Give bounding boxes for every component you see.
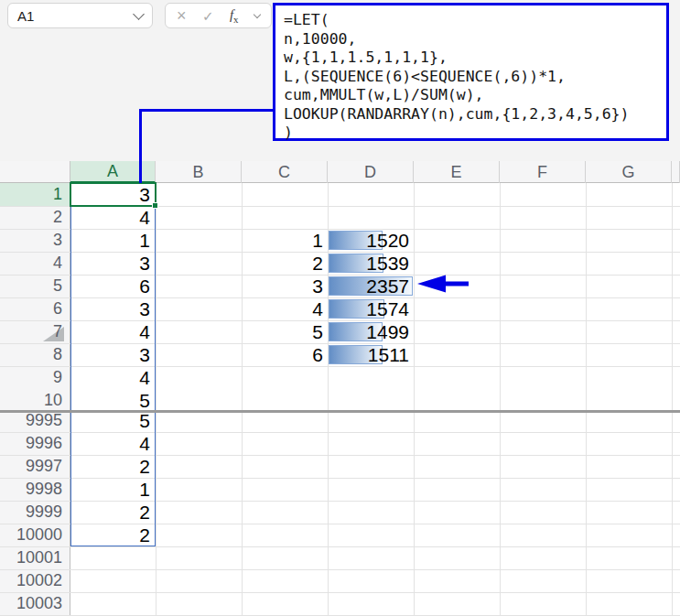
callout-connector-horizontal bbox=[139, 109, 275, 112]
row-header-9996[interactable]: 9996 bbox=[0, 432, 62, 455]
row-header-3[interactable]: 3 bbox=[0, 229, 62, 252]
cell-d5[interactable]: 2357 bbox=[328, 275, 409, 297]
selection-outline bbox=[70, 182, 157, 207]
row-header-9997[interactable]: 9997 bbox=[0, 455, 62, 478]
cell-a9999[interactable]: 2 bbox=[70, 501, 150, 524]
cell-d4[interactable]: 1539 bbox=[328, 252, 409, 275]
cell-a7[interactable]: 4 bbox=[70, 320, 150, 343]
cancel-icon[interactable]: × bbox=[177, 7, 187, 24]
cell-c5[interactable]: 3 bbox=[242, 275, 323, 297]
column-header-g[interactable]: G bbox=[586, 161, 672, 183]
cell-a9996[interactable]: 4 bbox=[70, 432, 150, 455]
cell-d7[interactable]: 1499 bbox=[328, 320, 409, 343]
name-box-chevron-icon[interactable] bbox=[133, 8, 145, 20]
cell-a2[interactable]: 4 bbox=[70, 206, 150, 229]
column-header-e[interactable]: E bbox=[414, 161, 500, 183]
cell-a8[interactable]: 3 bbox=[70, 343, 150, 366]
row-header-6[interactable]: 6 bbox=[0, 297, 62, 320]
formula-line: w,{1,1,1.5,1,1,1}, bbox=[284, 49, 666, 68]
row-header-10001[interactable]: 10001 bbox=[0, 546, 62, 569]
name-box[interactable]: A1 bbox=[7, 3, 153, 28]
left-arrow-icon bbox=[417, 274, 470, 294]
cell-c4[interactable]: 2 bbox=[242, 252, 323, 275]
row-header-9[interactable]: 9 bbox=[0, 366, 62, 389]
name-box-value: A1 bbox=[17, 8, 34, 24]
row-header-9999[interactable]: 9999 bbox=[0, 501, 62, 524]
formula-callout: =LET(n,10000,w,{1,1,1.5,1,1,1},L,(SEQUEN… bbox=[273, 3, 669, 141]
gridline-v bbox=[414, 183, 415, 616]
row-header-1[interactable]: 1 bbox=[0, 183, 70, 206]
formula-line: LOOKUP(RANDARRAY(n),cum,{1,2,3,4,5,6}) bbox=[284, 105, 666, 124]
cell-d8[interactable]: 1511 bbox=[328, 343, 409, 366]
gridline-v bbox=[672, 183, 673, 616]
cell-c8[interactable]: 6 bbox=[242, 343, 323, 366]
formula-line: L,(SEQUENCE(6)<SEQUENCE(,6))*1, bbox=[284, 68, 666, 87]
cell-a3[interactable]: 1 bbox=[70, 229, 150, 252]
cell-c6[interactable]: 4 bbox=[242, 297, 323, 320]
cell-d3[interactable]: 1520 bbox=[328, 229, 409, 252]
row-header-7[interactable]: 7 bbox=[0, 320, 62, 343]
row-header-10000[interactable]: 10000 bbox=[0, 524, 62, 546]
gridline-h bbox=[0, 592, 680, 593]
cell-a6[interactable]: 3 bbox=[70, 297, 150, 320]
insert-function-chevron-icon[interactable] bbox=[254, 11, 261, 18]
pane-split-bar[interactable] bbox=[0, 410, 680, 413]
row-header-8[interactable]: 8 bbox=[0, 343, 62, 366]
gridline-v bbox=[500, 183, 501, 616]
formula-line: cum,MMULT(w,L)/SUM(w), bbox=[284, 86, 666, 105]
cell-d6[interactable]: 1574 bbox=[328, 297, 409, 320]
column-header-c[interactable]: C bbox=[242, 161, 328, 183]
row-header-10002[interactable]: 10002 bbox=[0, 569, 62, 592]
formula-bar-buttons: × ✓ fx bbox=[165, 3, 272, 28]
insert-function-icon[interactable]: fx bbox=[230, 7, 239, 25]
column-header-a[interactable]: A bbox=[70, 161, 156, 183]
row-header-2[interactable]: 2 bbox=[0, 206, 62, 229]
fill-handle[interactable] bbox=[152, 202, 158, 209]
cell-a9997[interactable]: 2 bbox=[70, 455, 150, 478]
formula-line: ) bbox=[284, 124, 666, 143]
cell-c3[interactable]: 1 bbox=[242, 229, 323, 252]
cell-a10000[interactable]: 2 bbox=[70, 524, 150, 546]
row-header-10003[interactable]: 10003 bbox=[0, 592, 62, 615]
cell-a9998[interactable]: 1 bbox=[70, 478, 150, 501]
formula-line: n,10000, bbox=[284, 30, 666, 49]
spreadsheet-app: A1 × ✓ fx =LET(n,10000,w,{1,1,1.5,1,1,1}… bbox=[0, 0, 680, 616]
gridline-h bbox=[0, 546, 680, 547]
select-all-button[interactable] bbox=[0, 161, 70, 183]
cell-a5[interactable]: 6 bbox=[70, 275, 150, 297]
gridline-h bbox=[0, 569, 680, 570]
column-header-f[interactable]: F bbox=[500, 161, 586, 183]
cell-a9[interactable]: 4 bbox=[70, 366, 150, 389]
gridline-v bbox=[586, 183, 587, 616]
formula-line: =LET( bbox=[284, 11, 666, 30]
row-header-9998[interactable]: 9998 bbox=[0, 478, 62, 501]
cell-c7[interactable]: 5 bbox=[242, 320, 323, 343]
row-header-5[interactable]: 5 bbox=[0, 275, 62, 297]
gridline-v bbox=[156, 183, 157, 616]
fx-x: x bbox=[233, 14, 239, 25]
cell-a4[interactable]: 3 bbox=[70, 252, 150, 275]
column-header-partial bbox=[672, 161, 680, 183]
column-header-b[interactable]: B bbox=[156, 161, 242, 183]
enter-icon[interactable]: ✓ bbox=[202, 9, 214, 23]
callout-connector-vertical bbox=[139, 109, 142, 183]
row-header-4[interactable]: 4 bbox=[0, 252, 62, 275]
column-header-d[interactable]: D bbox=[328, 161, 414, 183]
